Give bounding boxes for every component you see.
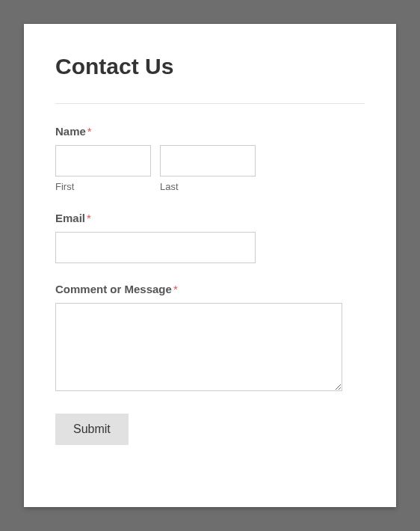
message-textarea[interactable] bbox=[55, 303, 342, 391]
message-label: Comment or Message* bbox=[55, 283, 365, 295]
required-marker: * bbox=[87, 212, 91, 224]
page-title: Contact Us bbox=[55, 54, 365, 79]
last-name-sublabel: Last bbox=[160, 181, 256, 192]
first-name-column: First bbox=[55, 145, 151, 192]
name-field-group: Name* First Last bbox=[55, 125, 365, 192]
first-name-input[interactable] bbox=[55, 145, 151, 177]
email-field-group: Email* bbox=[55, 212, 365, 263]
name-label: Name* bbox=[55, 125, 365, 138]
required-marker: * bbox=[173, 283, 178, 295]
email-input[interactable] bbox=[55, 232, 256, 263]
divider bbox=[55, 103, 365, 104]
name-row: First Last bbox=[55, 145, 365, 192]
message-field-group: Comment or Message* bbox=[55, 283, 365, 394]
email-label: Email* bbox=[55, 212, 365, 224]
name-label-text: Name bbox=[55, 125, 86, 138]
email-label-text: Email bbox=[55, 212, 85, 224]
last-name-column: Last bbox=[160, 145, 256, 192]
required-marker: * bbox=[87, 125, 92, 138]
first-name-sublabel: First bbox=[55, 181, 151, 192]
last-name-input[interactable] bbox=[160, 145, 256, 177]
contact-form-card: Contact Us Name* First Last Email* Comme… bbox=[24, 24, 396, 507]
submit-button[interactable]: Submit bbox=[55, 414, 129, 445]
message-label-text: Comment or Message bbox=[55, 283, 172, 295]
